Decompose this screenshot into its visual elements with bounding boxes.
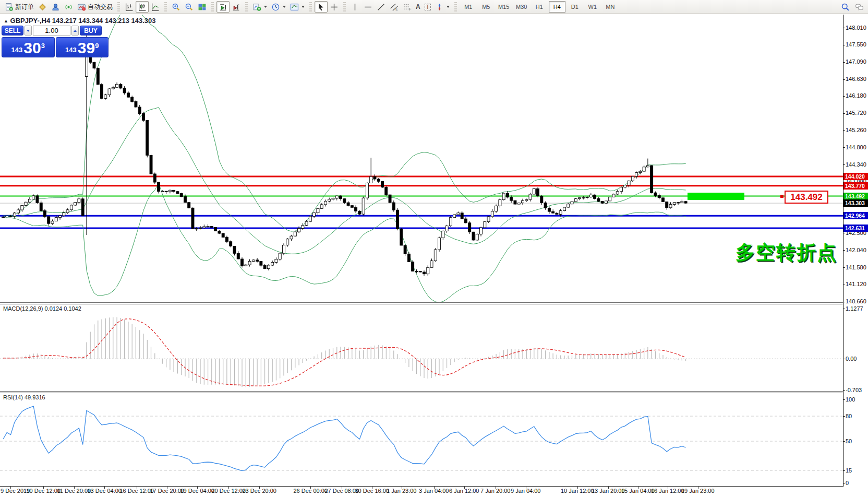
pane-separator[interactable]	[0, 302, 843, 303]
auto-scroll-button[interactable]	[216, 1, 230, 13]
text-button[interactable]: A	[414, 1, 423, 13]
timeframe-m5[interactable]: M5	[478, 1, 495, 13]
buy-price-figure: 143	[65, 44, 77, 56]
periods-dropdown-caret[interactable]	[283, 6, 286, 8]
rsi-tick-label: 100	[846, 396, 868, 403]
timeframe-h1[interactable]: H1	[531, 1, 548, 13]
rsi-tick-label: 15	[846, 467, 868, 474]
zoom-out-icon	[185, 3, 194, 11]
timeframe-m1[interactable]: M1	[460, 1, 477, 13]
zoom-in-icon	[172, 3, 180, 11]
tile-windows-icon	[198, 3, 207, 11]
macd-tick-label: -0.703	[846, 387, 868, 393]
spinner-up-icon	[74, 30, 77, 32]
chat-icon[interactable]	[855, 3, 864, 11]
timeframe-m30[interactable]: M30	[513, 1, 530, 13]
sell-button[interactable]: SELL	[2, 26, 23, 36]
periods-button[interactable]	[269, 1, 288, 13]
toolbar-grip	[117, 2, 120, 11]
timeframe-h4[interactable]: H4	[549, 1, 565, 13]
zoom-out-button[interactable]	[183, 1, 196, 13]
pane-separator[interactable]	[0, 304, 843, 304]
chart-shift-button[interactable]	[230, 1, 243, 13]
timeframe-w1[interactable]: W1	[584, 1, 601, 13]
arrows-button[interactable]	[433, 1, 452, 13]
time-tick-label: 16 Jan 12:00	[651, 488, 684, 494]
trade-panel-price-row: 143 30 3 143 39 9	[2, 37, 108, 57]
fibonacci-button[interactable]: F	[401, 1, 414, 13]
pane-separator[interactable]	[0, 393, 843, 393]
timeframe-mn[interactable]: MN	[602, 1, 619, 13]
rsi-tick-label: 80	[846, 413, 868, 419]
auto-trading-button[interactable]: 自动交易	[75, 1, 115, 13]
trendline-button[interactable]	[375, 1, 388, 13]
price-tick-label: 141.120	[846, 281, 868, 287]
vertical-line-button[interactable]	[348, 1, 361, 13]
timeframe-d1[interactable]: D1	[566, 1, 583, 13]
line-chart-button[interactable]	[149, 1, 162, 13]
price-tick-label: 144.340	[846, 161, 868, 168]
search-icon[interactable]	[841, 3, 850, 11]
rsi-indicator-label: RSI(14) 49.9316	[3, 394, 45, 400]
zoom-in-button[interactable]	[170, 1, 183, 13]
gold-icon	[38, 3, 47, 11]
signals-button[interactable]	[62, 1, 75, 13]
svg-text:E: E	[395, 7, 398, 11]
time-tick-label: 20 Dec 12:00	[212, 488, 246, 494]
volume-decrease-button[interactable]	[25, 26, 32, 36]
trade-panel-top-row: SELL BUY	[2, 26, 108, 36]
buy-button[interactable]: BUY	[80, 26, 102, 36]
price-axis-border	[843, 15, 843, 487]
arrows-dropdown-caret[interactable]	[447, 6, 450, 8]
price-tick-label: 148.010	[846, 25, 868, 31]
new-order-button[interactable]: 新订单	[3, 1, 36, 13]
time-tick-label: 9 Jan 04:00	[511, 488, 541, 494]
sell-price-pips: 30	[23, 40, 41, 56]
horizontal-line-button[interactable]	[361, 1, 375, 13]
turning-point-annotation[interactable]: 多空转折点	[736, 240, 837, 266]
profile-button[interactable]	[49, 1, 62, 13]
timeframe-m15[interactable]: M15	[496, 1, 512, 13]
price-level-note[interactable]: 143.492	[785, 191, 828, 204]
vertical-line-icon	[351, 3, 359, 11]
cursor-button[interactable]	[315, 1, 328, 13]
price-tick-label: 146.630	[846, 76, 868, 82]
price-badge: 143.303	[843, 199, 868, 207]
buy-price-button[interactable]: 143 39 9	[56, 37, 109, 57]
time-tick-label: 19 Dec 04:00	[180, 488, 214, 494]
crosshair-button[interactable]	[328, 1, 341, 13]
time-tick-label: 10 Jan 12:00	[561, 488, 594, 494]
volume-increase-button[interactable]	[71, 26, 79, 36]
bar-chart-button[interactable]	[123, 1, 136, 13]
indicators-dropdown-caret[interactable]	[264, 6, 267, 8]
sell-price-point: 3	[41, 42, 45, 50]
price-badge: 142.631	[843, 225, 868, 232]
signal-icon	[64, 3, 73, 11]
toolbar-group-trading: 新订单	[1, 0, 116, 14]
candlestick-chart-button[interactable]	[136, 1, 149, 13]
price-note-anchor	[780, 195, 783, 198]
tile-windows-button[interactable]	[196, 1, 209, 13]
time-tick-label: 10 Dec 12:00	[27, 488, 61, 494]
pane-separator[interactable]	[0, 391, 843, 392]
price-tick-label: 145.260	[846, 127, 868, 133]
clock-icon	[271, 3, 280, 11]
rsi-tick-label: 50	[846, 438, 868, 444]
rsi-tick-label: 0	[846, 480, 868, 486]
time-tick-label: 11 Dec 20:00	[57, 488, 91, 494]
templates-dropdown-caret[interactable]	[302, 6, 305, 8]
templates-button[interactable]	[288, 1, 307, 13]
market-watch-button[interactable]	[36, 1, 49, 13]
volume-input[interactable]	[33, 26, 70, 36]
sell-price-button[interactable]: 143 30 3	[2, 37, 55, 57]
toolbar-grip	[309, 2, 312, 11]
time-tick-label: 6 Jan 12:00	[449, 488, 479, 494]
chart-shift-icon	[232, 3, 240, 11]
price-tick-label: 140.660	[846, 298, 868, 304]
price-tick-label: 144.800	[846, 144, 868, 150]
equidistant-channel-button[interactable]: E	[388, 1, 401, 13]
indicators-button[interactable]	[250, 1, 269, 13]
macd-tick-label: 0.00	[846, 356, 868, 362]
text-label-button[interactable]: T	[423, 1, 433, 13]
chart-window[interactable]: ▲ GBPJPY-,H4 143.217 143.344 143.213 143…	[0, 15, 868, 496]
